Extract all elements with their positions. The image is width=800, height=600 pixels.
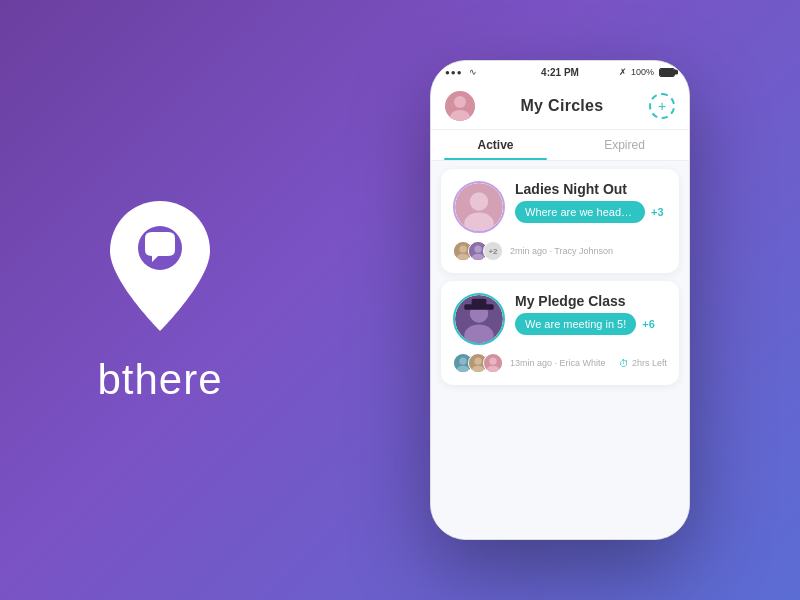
- svg-point-22: [474, 358, 481, 365]
- circle-card-pledge[interactable]: My Pledge Class We are meeting in 5! +6: [441, 281, 679, 385]
- wifi-icon: ∿: [469, 67, 477, 77]
- svg-point-19: [459, 358, 466, 365]
- signal-dots: ●●●: [445, 68, 463, 77]
- tabs-container: Active Expired: [431, 130, 689, 161]
- content-area: Ladies Night Out Where are we headed to.…: [431, 161, 689, 539]
- screen-title: My Circles: [520, 97, 603, 115]
- tab-expired[interactable]: Expired: [560, 130, 689, 160]
- extra-members-2: +6: [642, 318, 655, 330]
- phone-mockup: ●●● ∿ 4:21 PM ✗ 100% M: [430, 60, 690, 540]
- time-left-2: ⏱ 2hrs Left: [619, 358, 667, 369]
- bluetooth-icon: ✗: [619, 67, 627, 77]
- card-top: Ladies Night Out Where are we headed to.…: [453, 181, 667, 233]
- user-avatar[interactable]: [445, 91, 475, 121]
- circle-name-2: My Pledge Class: [515, 293, 667, 309]
- extra-count-1: +2: [483, 241, 503, 261]
- member-avatars-1: +2: [453, 241, 498, 261]
- meta-info-1: 2min ago · Tracy Johnson: [510, 246, 613, 256]
- battery-level: 100%: [631, 67, 654, 77]
- status-time: 4:21 PM: [541, 67, 579, 78]
- brand-area: bthere: [0, 176, 320, 424]
- status-right: ✗ 100%: [619, 67, 675, 77]
- card-top-2: My Pledge Class We are meeting in 5! +6: [453, 293, 667, 345]
- status-bar: ●●● ∿ 4:21 PM ✗ 100%: [431, 61, 689, 83]
- circle-avatar-2: [453, 293, 505, 345]
- circle-card-ladies-night[interactable]: Ladies Night Out Where are we headed to.…: [441, 169, 679, 273]
- mini-avatar-5: [483, 353, 503, 373]
- brand-name: bthere: [97, 356, 222, 404]
- svg-rect-17: [472, 299, 487, 306]
- message-bubble-1: Where are we headed to...: [515, 201, 645, 223]
- card-bottom-2: 13min ago · Erica White ⏱ 2hrs Left: [453, 353, 667, 373]
- svg-point-8: [459, 246, 466, 253]
- members-row-1: +2 2min ago · Tracy Johnson: [453, 241, 613, 261]
- app-header: My Circles +: [431, 83, 689, 130]
- meta-info-2: 13min ago · Erica White: [510, 358, 606, 368]
- member-avatars-2: [453, 353, 498, 373]
- message-row-2: We are meeting in 5! +6: [515, 313, 667, 335]
- message-row-1: Where are we headed to... +3: [515, 201, 667, 223]
- battery-icon: [659, 68, 675, 77]
- time-left-label: 2hrs Left: [632, 358, 667, 368]
- card-body-1: Ladies Night Out Where are we headed to.…: [515, 181, 667, 223]
- svg-point-25: [489, 358, 496, 365]
- add-circle-button[interactable]: +: [649, 93, 675, 119]
- extra-members-1: +3: [651, 206, 664, 218]
- circle-avatar-1: [453, 181, 505, 233]
- members-row-2: 13min ago · Erica White: [453, 353, 619, 373]
- svg-point-2: [454, 96, 466, 108]
- circle-name-1: Ladies Night Out: [515, 181, 667, 197]
- svg-point-5: [470, 192, 488, 210]
- svg-point-11: [474, 246, 481, 253]
- message-bubble-2: We are meeting in 5!: [515, 313, 636, 335]
- signal-indicators: ●●● ∿: [445, 67, 477, 77]
- clock-icon: ⏱: [619, 358, 629, 369]
- card-bottom-1: +2 2min ago · Tracy Johnson: [453, 241, 667, 261]
- tab-active[interactable]: Active: [431, 130, 560, 160]
- phone-wrapper: ●●● ∿ 4:21 PM ✗ 100% M: [320, 60, 800, 540]
- card-body-2: My Pledge Class We are meeting in 5! +6: [515, 293, 667, 335]
- logo-icon: [100, 196, 220, 336]
